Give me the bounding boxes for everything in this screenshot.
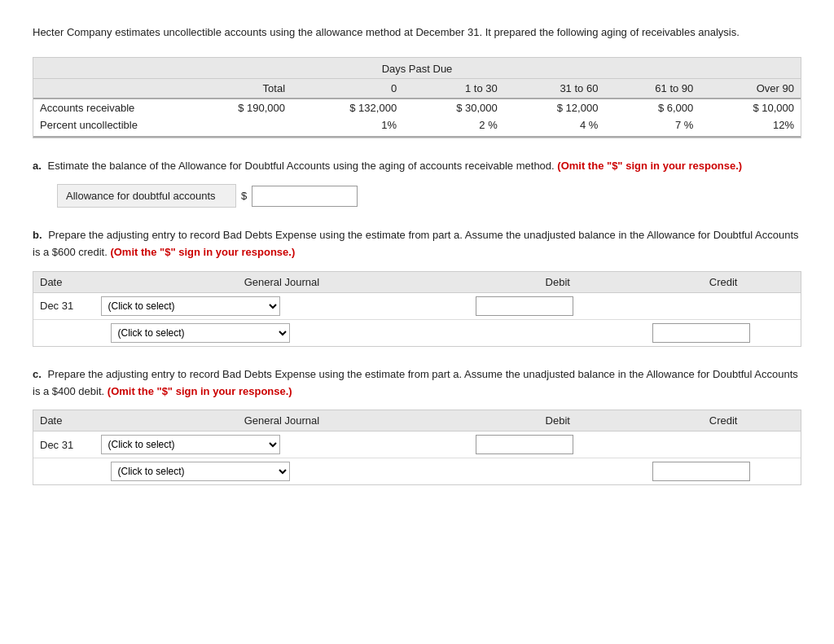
section-b-journal: Date General Journal Debit Credit Dec 31… (33, 271, 801, 347)
b-header-debit: Debit (469, 272, 646, 293)
b-credit-input-2[interactable] (652, 323, 750, 343)
pct-over90: 12% (700, 116, 801, 137)
b-date-2 (33, 319, 94, 346)
b-row-1: Dec 31 (Click to select) Bad Debts Expen… (33, 292, 801, 319)
b-debit-2 (469, 319, 646, 346)
section-b-letter: b. (33, 229, 42, 241)
b-credit-2 (646, 319, 801, 346)
b-header-date: Date (33, 272, 94, 293)
col-header-0: 0 (292, 78, 403, 99)
c-debit-2 (469, 458, 646, 485)
b-header-journal: General Journal (94, 272, 470, 293)
b-journal-2: (Click to select) Bad Debts Expense Allo… (94, 319, 470, 346)
ar-label: Accounts receivable (33, 99, 180, 116)
c-select-2[interactable]: (Click to select) Bad Debts Expense Allo… (111, 462, 290, 481)
col-header-total: Total (180, 78, 292, 99)
c-credit-2 (646, 458, 801, 485)
pct-61to90: 7 % (604, 116, 700, 137)
section-c-letter: c. (33, 368, 42, 380)
col-header-61to90: 61 to 90 (604, 78, 700, 99)
ar-0: $ 132,000 (292, 99, 403, 116)
c-header-debit: Debit (469, 410, 646, 432)
days-past-due-header: Days Past Due (33, 58, 801, 79)
c-header-journal: General Journal (94, 410, 470, 432)
col-header-31to60: 31 to 60 (504, 78, 605, 99)
c-header-date: Date (33, 410, 94, 432)
section-c-table: Date General Journal Debit Credit Dec 31… (33, 410, 801, 484)
col-header-over90: Over 90 (700, 78, 801, 99)
ar-61to90: $ 6,000 (604, 99, 700, 116)
c-select-1[interactable]: (Click to select) Bad Debts Expense Allo… (101, 435, 280, 454)
aging-table: Days Past Due Total 0 1 to 30 31 to 60 6… (33, 58, 801, 138)
section-c-journal: Date General Journal Debit Credit Dec 31… (33, 410, 801, 485)
b-select-1[interactable]: (Click to select) Bad Debts Expense Allo… (101, 296, 280, 316)
section-a: a. Estimate the balance of the Allowance… (33, 158, 801, 208)
c-credit-1 (646, 432, 801, 458)
b-debit-input-1[interactable] (476, 296, 573, 316)
ar-1to30: $ 30,000 (403, 99, 504, 116)
b-select-2[interactable]: (Click to select) Bad Debts Expense Allo… (111, 323, 290, 343)
ar-total: $ 190,000 (180, 99, 292, 116)
section-b-label: b. Prepare the adjusting entry to record… (33, 227, 801, 261)
c-journal-2: (Click to select) Bad Debts Expense Allo… (94, 458, 470, 485)
col-header-1to30: 1 to 30 (403, 78, 504, 99)
allowance-row: Allowance for doubtful accounts $ (57, 184, 801, 208)
b-date-1: Dec 31 (33, 292, 94, 319)
pct-0: 1% (292, 116, 403, 137)
c-debit-1 (469, 432, 646, 458)
section-b-bold: (Omit the "$" sign in your response.) (110, 246, 295, 258)
section-c-bold: (Omit the "$" sign in your response.) (108, 385, 292, 397)
allowance-input[interactable] (252, 186, 358, 207)
pct-1to30: 2 % (403, 116, 504, 137)
b-row-2: (Click to select) Bad Debts Expense Allo… (33, 319, 801, 346)
c-credit-input-2[interactable] (652, 462, 750, 481)
section-b-table: Date General Journal Debit Credit Dec 31… (33, 272, 801, 346)
section-c-label: c. Prepare the adjusting entry to record… (33, 366, 801, 401)
b-journal-1: (Click to select) Bad Debts Expense Allo… (94, 292, 470, 319)
b-debit-1 (469, 292, 646, 319)
c-row-2: (Click to select) Bad Debts Expense Allo… (33, 458, 801, 485)
c-date-1: Dec 31 (33, 432, 94, 458)
pct-label: Percent uncollectible (33, 116, 180, 137)
ar-over90: $ 10,000 (700, 99, 801, 116)
c-journal-1: (Click to select) Bad Debts Expense Allo… (94, 432, 470, 458)
pct-total (180, 116, 292, 137)
c-header-credit: Credit (646, 410, 801, 432)
c-row-1: Dec 31 (Click to select) Bad Debts Expen… (33, 432, 801, 458)
aging-table-container: Days Past Due Total 0 1 to 30 31 to 60 6… (33, 57, 801, 138)
allowance-label: Allowance for doubtful accounts (57, 184, 236, 208)
dollar-sign: $ (241, 190, 247, 202)
c-debit-input-1[interactable] (476, 435, 573, 454)
section-c: c. Prepare the adjusting entry to record… (33, 366, 801, 486)
pct-31to60: 4 % (504, 116, 605, 137)
section-a-bold: (Omit the "$" sign in your response.) (557, 160, 742, 172)
b-header-credit: Credit (646, 272, 801, 293)
section-a-letter: a. (33, 160, 42, 172)
section-b: b. Prepare the adjusting entry to record… (33, 227, 801, 347)
section-a-label: a. Estimate the balance of the Allowance… (33, 158, 801, 175)
ar-31to60: $ 12,000 (504, 99, 605, 116)
section-a-text: Estimate the balance of the Allowance fo… (47, 160, 554, 172)
col-header-label (33, 78, 180, 99)
c-date-2 (33, 458, 94, 485)
b-credit-1 (646, 292, 801, 319)
intro-text: Hecter Company estimates uncollectible a… (33, 24, 801, 41)
